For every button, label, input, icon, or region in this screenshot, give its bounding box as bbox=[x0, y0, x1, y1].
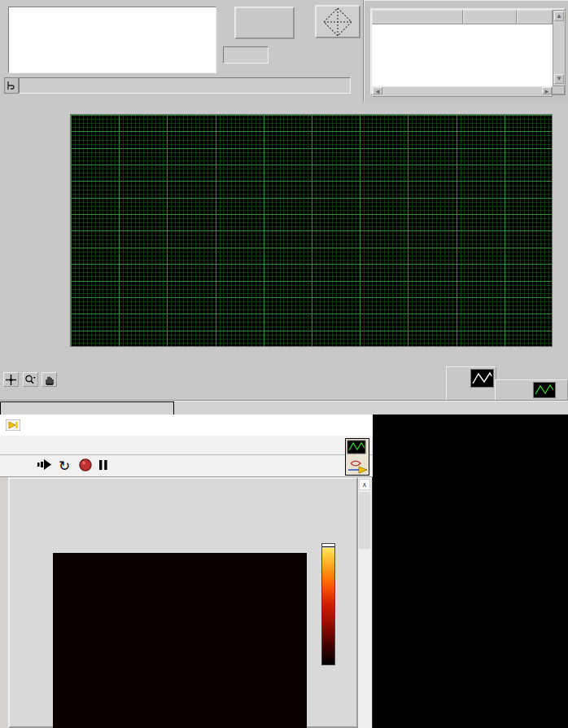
current-wfm-path-control[interactable] bbox=[4, 77, 351, 94]
fc-waveform-icon bbox=[471, 370, 493, 387]
hand-icon bbox=[44, 375, 55, 385]
scint-legend-swatch[interactable] bbox=[533, 382, 556, 398]
run-continuous-button[interactable]: ↻ bbox=[59, 460, 70, 472]
color-scale-gradient bbox=[322, 548, 334, 664]
vi-icon-graphic bbox=[346, 439, 369, 475]
target-indicator[interactable] bbox=[0, 401, 174, 415]
scint-waveform-icon bbox=[534, 383, 555, 397]
pause-button[interactable] bbox=[99, 459, 107, 473]
close-button[interactable] bbox=[337, 414, 365, 435]
color-scale[interactable] bbox=[321, 543, 335, 665]
minimize-button[interactable] bbox=[259, 414, 286, 435]
cursors-vertical-scrollbar[interactable]: ▲ ▼ bbox=[553, 10, 566, 86]
standard-deviation-value[interactable] bbox=[223, 46, 269, 64]
fc-trace-line bbox=[71, 115, 553, 348]
pause-icon bbox=[99, 459, 107, 471]
pan-tool-button[interactable] bbox=[42, 372, 57, 387]
labview-app-icon bbox=[6, 419, 20, 431]
scint-legend-panel bbox=[495, 379, 568, 401]
magnifier-icon bbox=[24, 375, 36, 385]
abort-icon bbox=[79, 458, 92, 471]
desktop-background bbox=[373, 414, 568, 728]
run-arrow-icon bbox=[37, 458, 51, 471]
scroll-up-icon[interactable]: ▲ bbox=[554, 11, 564, 21]
zoom-tool-button[interactable] bbox=[23, 372, 38, 387]
graph-palette bbox=[3, 372, 58, 388]
vi-toolbar: ↻ bbox=[0, 455, 373, 477]
title-bar[interactable] bbox=[0, 414, 373, 436]
cursors-col-x bbox=[463, 10, 517, 24]
waveform-front-panel: ▲ ▼ ◄ ► bbox=[0, 0, 568, 414]
scroll-right-icon[interactable]: ► bbox=[542, 87, 552, 94]
run-continuous-icon: ↻ bbox=[59, 458, 70, 474]
intensity-heatmap bbox=[53, 553, 307, 728]
run-button[interactable] bbox=[37, 458, 51, 473]
window-vertical-scrollbar[interactable]: ∧ bbox=[358, 477, 372, 728]
intensity-graph-panel bbox=[8, 477, 358, 728]
wfm-path-field[interactable] bbox=[19, 77, 351, 94]
crosshair-icon bbox=[6, 375, 16, 385]
labview-vi-window: ↻ bbox=[0, 414, 373, 728]
vi-icon[interactable] bbox=[345, 438, 369, 476]
scroll-left-icon[interactable]: ◄ bbox=[373, 87, 382, 94]
scrollbar-up-icon[interactable]: ∧ bbox=[359, 479, 370, 490]
cursors-col-y bbox=[517, 10, 553, 24]
fc-legend-swatch[interactable] bbox=[470, 369, 494, 388]
color-scale-overrange bbox=[322, 544, 334, 547]
diamond-icon bbox=[321, 7, 354, 37]
status-bar bbox=[0, 400, 568, 414]
maximize-button[interactable] bbox=[298, 414, 326, 435]
cursor-row-list bbox=[372, 24, 553, 86]
menu-bar bbox=[0, 436, 373, 455]
cursors-title bbox=[372, 10, 463, 24]
cursors-header bbox=[372, 10, 553, 24]
path-type-icon bbox=[4, 77, 19, 94]
cursors-legend: ▲ ▼ ◄ ► bbox=[370, 8, 566, 95]
comment-input[interactable] bbox=[8, 7, 216, 73]
cursor-movement-button[interactable] bbox=[315, 5, 360, 38]
cursors-horizontal-scrollbar[interactable]: ◄ ► bbox=[372, 86, 553, 97]
cursor-tool-button[interactable] bbox=[3, 372, 19, 387]
scroll-down-icon[interactable]: ▼ bbox=[554, 74, 564, 84]
waveform-graph-plot[interactable] bbox=[70, 114, 553, 347]
abort-button[interactable] bbox=[79, 458, 92, 474]
load-old-waveform-button[interactable] bbox=[234, 7, 295, 39]
scrollbar-thumb[interactable] bbox=[359, 492, 370, 549]
